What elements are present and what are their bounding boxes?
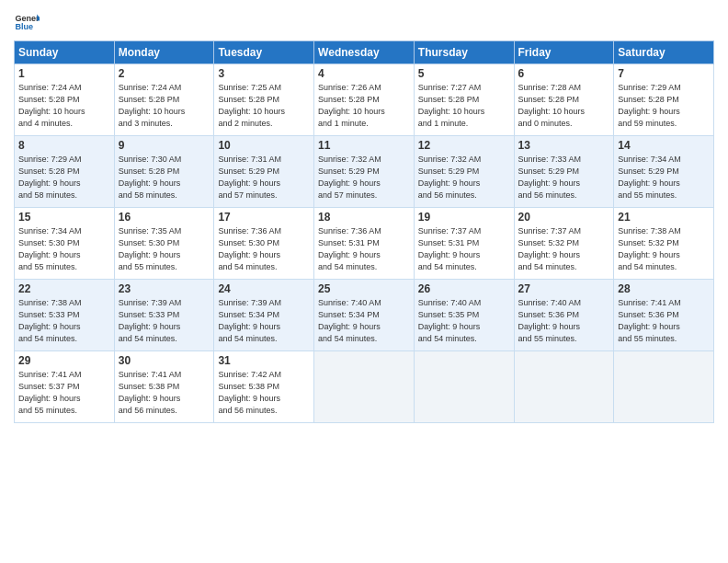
calendar-cell: 2Sunrise: 7:24 AMSunset: 5:28 PMDaylight… bbox=[114, 64, 214, 136]
day-info: Sunrise: 7:25 AMSunset: 5:28 PMDaylight:… bbox=[218, 82, 310, 130]
day-info: Sunrise: 7:26 AMSunset: 5:28 PMDaylight:… bbox=[318, 82, 410, 130]
day-number: 19 bbox=[418, 211, 510, 224]
calendar-cell: 8Sunrise: 7:29 AMSunset: 5:28 PMDaylight… bbox=[15, 136, 115, 208]
calendar-cell: 10Sunrise: 7:31 AMSunset: 5:29 PMDayligh… bbox=[214, 136, 314, 208]
calendar-cell: 12Sunrise: 7:32 AMSunset: 5:29 PMDayligh… bbox=[414, 136, 514, 208]
calendar-cell bbox=[314, 351, 415, 423]
day-info: Sunrise: 7:24 AMSunset: 5:28 PMDaylight:… bbox=[18, 82, 110, 130]
calendar-cell: 18Sunrise: 7:36 AMSunset: 5:31 PMDayligh… bbox=[314, 208, 415, 280]
day-info: Sunrise: 7:40 AMSunset: 5:36 PMDaylight:… bbox=[518, 297, 610, 345]
calendar-cell: 6Sunrise: 7:28 AMSunset: 5:28 PMDaylight… bbox=[514, 64, 614, 136]
day-info: Sunrise: 7:37 AMSunset: 5:31 PMDaylight:… bbox=[418, 225, 510, 273]
calendar-cell: 14Sunrise: 7:34 AMSunset: 5:29 PMDayligh… bbox=[614, 136, 714, 208]
day-number: 23 bbox=[119, 282, 210, 295]
calendar-cell: 28Sunrise: 7:41 AMSunset: 5:36 PMDayligh… bbox=[614, 280, 714, 351]
calendar-table: SundayMondayTuesdayWednesdayThursdayFrid… bbox=[14, 40, 714, 423]
calendar-body: 1Sunrise: 7:24 AMSunset: 5:28 PMDaylight… bbox=[15, 64, 714, 423]
day-info: Sunrise: 7:41 AMSunset: 5:37 PMDaylight:… bbox=[18, 369, 110, 417]
calendar-cell: 23Sunrise: 7:39 AMSunset: 5:33 PMDayligh… bbox=[114, 280, 214, 351]
day-info: Sunrise: 7:42 AMSunset: 5:38 PMDaylight:… bbox=[218, 369, 310, 417]
day-info: Sunrise: 7:29 AMSunset: 5:28 PMDaylight:… bbox=[618, 82, 710, 130]
calendar-cell: 3Sunrise: 7:25 AMSunset: 5:28 PMDaylight… bbox=[214, 64, 314, 136]
day-info: Sunrise: 7:31 AMSunset: 5:29 PMDaylight:… bbox=[218, 154, 310, 201]
day-number: 16 bbox=[119, 211, 210, 224]
day-number: 24 bbox=[218, 282, 310, 295]
day-number: 29 bbox=[18, 354, 110, 367]
day-info: Sunrise: 7:27 AMSunset: 5:28 PMDaylight:… bbox=[418, 82, 510, 130]
day-number: 28 bbox=[618, 282, 710, 295]
day-number: 15 bbox=[18, 211, 110, 224]
day-info: Sunrise: 7:39 AMSunset: 5:33 PMDaylight:… bbox=[119, 297, 210, 345]
day-header-sunday: Sunday bbox=[15, 41, 115, 64]
day-number: 20 bbox=[518, 211, 610, 224]
day-info: Sunrise: 7:34 AMSunset: 5:30 PMDaylight:… bbox=[18, 225, 110, 273]
calendar-cell: 24Sunrise: 7:39 AMSunset: 5:34 PMDayligh… bbox=[214, 280, 314, 351]
calendar-cell: 15Sunrise: 7:34 AMSunset: 5:30 PMDayligh… bbox=[15, 208, 115, 280]
calendar-cell: 11Sunrise: 7:32 AMSunset: 5:29 PMDayligh… bbox=[314, 136, 415, 208]
day-info: Sunrise: 7:37 AMSunset: 5:32 PMDaylight:… bbox=[518, 225, 610, 273]
calendar-cell bbox=[514, 351, 614, 423]
day-number: 9 bbox=[119, 139, 210, 152]
day-number: 31 bbox=[218, 354, 310, 367]
logo: General Blue bbox=[14, 9, 40, 35]
calendar-cell: 25Sunrise: 7:40 AMSunset: 5:34 PMDayligh… bbox=[314, 280, 415, 351]
svg-text:Blue: Blue bbox=[15, 22, 33, 31]
header-row: General Blue bbox=[14, 9, 714, 35]
day-info: Sunrise: 7:32 AMSunset: 5:29 PMDaylight:… bbox=[418, 154, 510, 201]
calendar-cell: 27Sunrise: 7:40 AMSunset: 5:36 PMDayligh… bbox=[514, 280, 614, 351]
day-info: Sunrise: 7:41 AMSunset: 5:38 PMDaylight:… bbox=[119, 369, 210, 417]
day-number: 13 bbox=[518, 139, 610, 152]
day-info: Sunrise: 7:41 AMSunset: 5:36 PMDaylight:… bbox=[618, 297, 710, 345]
day-header-monday: Monday bbox=[114, 41, 214, 64]
week-row-1: 1Sunrise: 7:24 AMSunset: 5:28 PMDaylight… bbox=[15, 64, 714, 136]
day-header-thursday: Thursday bbox=[414, 41, 514, 64]
day-number: 3 bbox=[218, 67, 310, 80]
day-header-wednesday: Wednesday bbox=[314, 41, 415, 64]
week-row-4: 22Sunrise: 7:38 AMSunset: 5:33 PMDayligh… bbox=[15, 280, 714, 351]
calendar-cell: 26Sunrise: 7:40 AMSunset: 5:35 PMDayligh… bbox=[414, 280, 514, 351]
day-number: 8 bbox=[18, 139, 110, 152]
svg-text:General: General bbox=[15, 14, 40, 23]
day-info: Sunrise: 7:29 AMSunset: 5:28 PMDaylight:… bbox=[18, 154, 110, 201]
calendar-cell: 19Sunrise: 7:37 AMSunset: 5:31 PMDayligh… bbox=[414, 208, 514, 280]
day-info: Sunrise: 7:36 AMSunset: 5:31 PMDaylight:… bbox=[318, 225, 410, 273]
day-info: Sunrise: 7:40 AMSunset: 5:35 PMDaylight:… bbox=[418, 297, 510, 345]
day-number: 10 bbox=[218, 139, 310, 152]
day-info: Sunrise: 7:30 AMSunset: 5:28 PMDaylight:… bbox=[119, 154, 210, 201]
day-info: Sunrise: 7:38 AMSunset: 5:33 PMDaylight:… bbox=[18, 297, 110, 345]
week-row-5: 29Sunrise: 7:41 AMSunset: 5:37 PMDayligh… bbox=[15, 351, 714, 423]
calendar-cell: 13Sunrise: 7:33 AMSunset: 5:29 PMDayligh… bbox=[514, 136, 614, 208]
week-row-2: 8Sunrise: 7:29 AMSunset: 5:28 PMDaylight… bbox=[15, 136, 714, 208]
calendar-cell: 4Sunrise: 7:26 AMSunset: 5:28 PMDaylight… bbox=[314, 64, 415, 136]
day-info: Sunrise: 7:33 AMSunset: 5:29 PMDaylight:… bbox=[518, 154, 610, 201]
day-number: 4 bbox=[318, 67, 410, 80]
day-header-friday: Friday bbox=[514, 41, 614, 64]
calendar-cell bbox=[614, 351, 714, 423]
calendar-cell: 21Sunrise: 7:38 AMSunset: 5:32 PMDayligh… bbox=[614, 208, 714, 280]
day-number: 17 bbox=[218, 211, 310, 224]
calendar-cell: 31Sunrise: 7:42 AMSunset: 5:38 PMDayligh… bbox=[214, 351, 314, 423]
day-info: Sunrise: 7:24 AMSunset: 5:28 PMDaylight:… bbox=[119, 82, 210, 130]
day-info: Sunrise: 7:39 AMSunset: 5:34 PMDaylight:… bbox=[218, 297, 310, 345]
calendar-cell: 1Sunrise: 7:24 AMSunset: 5:28 PMDaylight… bbox=[15, 64, 115, 136]
calendar-cell: 16Sunrise: 7:35 AMSunset: 5:30 PMDayligh… bbox=[114, 208, 214, 280]
calendar-cell: 7Sunrise: 7:29 AMSunset: 5:28 PMDaylight… bbox=[614, 64, 714, 136]
day-number: 2 bbox=[119, 67, 210, 80]
day-info: Sunrise: 7:32 AMSunset: 5:29 PMDaylight:… bbox=[318, 154, 410, 201]
calendar-cell: 20Sunrise: 7:37 AMSunset: 5:32 PMDayligh… bbox=[514, 208, 614, 280]
day-number: 11 bbox=[318, 139, 410, 152]
day-number: 26 bbox=[418, 282, 510, 295]
day-header-tuesday: Tuesday bbox=[214, 41, 314, 64]
week-row-3: 15Sunrise: 7:34 AMSunset: 5:30 PMDayligh… bbox=[15, 208, 714, 280]
day-number: 22 bbox=[18, 282, 110, 295]
calendar-header: SundayMondayTuesdayWednesdayThursdayFrid… bbox=[15, 41, 714, 64]
day-number: 18 bbox=[318, 211, 410, 224]
day-number: 6 bbox=[518, 67, 610, 80]
logo-icon: General Blue bbox=[14, 9, 40, 35]
day-number: 30 bbox=[119, 354, 210, 367]
calendar-cell: 5Sunrise: 7:27 AMSunset: 5:28 PMDaylight… bbox=[414, 64, 514, 136]
day-number: 21 bbox=[618, 211, 710, 224]
calendar-cell: 30Sunrise: 7:41 AMSunset: 5:38 PMDayligh… bbox=[114, 351, 214, 423]
day-info: Sunrise: 7:35 AMSunset: 5:30 PMDaylight:… bbox=[119, 225, 210, 273]
day-info: Sunrise: 7:28 AMSunset: 5:28 PMDaylight:… bbox=[518, 82, 610, 130]
